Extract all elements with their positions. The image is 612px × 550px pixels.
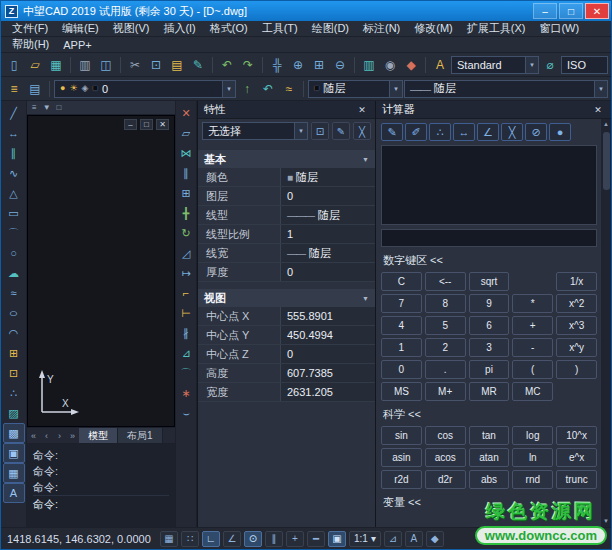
polar-toggle[interactable]: ∠ xyxy=(223,531,241,547)
calc-button[interactable]: <-- xyxy=(425,272,466,291)
hatch-icon[interactable]: ▨ xyxy=(3,403,25,423)
doc-minimize-button[interactable]: – xyxy=(124,119,137,130)
calc-distance-icon[interactable]: ↔ xyxy=(453,123,475,141)
collapse-icon[interactable]: ▼ xyxy=(362,156,369,163)
annotation-scale-combo[interactable]: 1:1 ▾ xyxy=(349,531,381,547)
open-file-icon[interactable]: ▱ xyxy=(25,55,45,75)
erase-icon[interactable]: ✕ xyxy=(176,103,196,123)
menu-item[interactable]: 文件(F) xyxy=(5,21,55,36)
ellipse-arc-icon[interactable]: ◠ xyxy=(3,323,25,343)
dyn-toggle[interactable]: + xyxy=(286,531,304,547)
tab-model[interactable]: 模型 xyxy=(79,428,118,443)
calc-button[interactable]: MR xyxy=(469,382,510,401)
calc-button[interactable]: sin xyxy=(381,426,422,445)
calc-angle-icon[interactable]: ∠ xyxy=(477,123,499,141)
table-icon[interactable]: ▦ xyxy=(3,463,25,483)
calc-button[interactable]: rnd xyxy=(512,470,553,489)
polygon-icon[interactable]: △ xyxy=(3,183,25,203)
property-value[interactable]: ——随层 xyxy=(280,244,375,262)
grip-handle-icon[interactable]: ≡ xyxy=(32,103,37,112)
paste-icon[interactable]: ▤ xyxy=(167,55,187,75)
close-button[interactable]: ✕ xyxy=(585,3,609,19)
calc-button[interactable]: 6 xyxy=(469,316,510,335)
layer-states-icon[interactable]: ▤ xyxy=(25,79,45,99)
numpad-section-toggle[interactable]: 数字键区 << xyxy=(381,251,597,268)
scale-icon[interactable]: ◿ xyxy=(176,243,196,263)
chevron-down-icon[interactable]: ▾ xyxy=(389,81,402,97)
zoom-realtime-icon[interactable]: ⊕ xyxy=(288,55,308,75)
make-object-layer-current-icon[interactable]: ↑ xyxy=(237,79,257,99)
scientific-section-toggle[interactable]: 科学 << xyxy=(381,405,597,422)
calc-button[interactable]: log xyxy=(512,426,553,445)
insert-block-icon[interactable]: ⊞ xyxy=(3,343,25,363)
calc-button[interactable]: 10^x xyxy=(556,426,597,445)
quick-select-icon[interactable]: ╳ xyxy=(353,122,371,140)
explode-icon[interactable]: ∗ xyxy=(176,383,196,403)
calc-button[interactable]: 8 xyxy=(425,294,466,313)
calc-button[interactable]: MS xyxy=(381,382,422,401)
maximize-button[interactable]: □ xyxy=(559,3,583,19)
calc-paste-value-icon[interactable]: ✐ xyxy=(405,123,427,141)
named-views-icon[interactable]: ▥ xyxy=(359,55,379,75)
calc-button[interactable]: 7 xyxy=(381,294,422,313)
section-basic[interactable]: 基本 ▼ xyxy=(198,150,375,168)
join-icon[interactable]: ⌣ xyxy=(176,403,196,423)
match-properties-icon[interactable]: ✎ xyxy=(188,55,208,75)
menu-item-app-plus[interactable]: APP+ xyxy=(56,37,98,52)
line-icon[interactable]: ╱ xyxy=(3,103,25,123)
calc-button[interactable]: acos xyxy=(425,448,466,467)
render-icon[interactable]: ◆ xyxy=(401,55,421,75)
chevron-down-icon[interactable]: ▼ xyxy=(43,103,51,112)
cut-icon[interactable]: ✂ xyxy=(125,55,145,75)
property-value[interactable]: 0 xyxy=(280,187,375,205)
calc-button[interactable]: 1/x xyxy=(556,272,597,291)
command-prompt[interactable]: 命令: xyxy=(33,495,169,511)
rotate-icon[interactable]: ↻ xyxy=(176,223,196,243)
calc-options-icon[interactable]: ● xyxy=(549,123,571,141)
print-preview-icon[interactable]: ◫ xyxy=(96,55,116,75)
mirror-icon[interactable]: ⋈ xyxy=(176,143,196,163)
calc-button[interactable]: MC xyxy=(512,382,553,401)
property-value[interactable]: 450.4994 xyxy=(280,326,375,344)
collapse-icon[interactable]: ▼ xyxy=(362,295,369,302)
dimension-style-icon[interactable]: ⌀ xyxy=(540,55,560,75)
calculator-close-icon[interactable]: ✕ xyxy=(591,105,605,115)
property-value[interactable]: 0 xyxy=(280,263,375,281)
property-value[interactable]: 607.7385 xyxy=(280,364,375,382)
array-icon[interactable]: ⊞ xyxy=(176,183,196,203)
prev-tab-button[interactable]: ‹ xyxy=(40,431,53,441)
make-block-icon[interactable]: ⊡ xyxy=(3,363,25,383)
calc-button[interactable]: 1 xyxy=(381,338,422,357)
properties-panel-header[interactable]: 特性 ✕ xyxy=(198,101,375,119)
calculator-scrollbar[interactable]: ▲ ▼ xyxy=(600,119,611,527)
calc-button[interactable]: * xyxy=(512,294,553,313)
property-value[interactable]: 2631.205 xyxy=(280,383,375,401)
plot-icon[interactable]: ▥ xyxy=(75,55,95,75)
layer-previous-icon[interactable]: ↶ xyxy=(258,79,278,99)
revision-cloud-icon[interactable]: ☁ xyxy=(3,263,25,283)
osnap-toggle[interactable]: ⊙ xyxy=(244,531,262,547)
zoom-previous-icon[interactable]: ⊖ xyxy=(330,55,350,75)
tab-layout1[interactable]: 布局1 xyxy=(118,428,163,443)
gradient-icon[interactable]: ▩ xyxy=(3,423,25,443)
calculator-panel-header[interactable]: 计算器 ✕ xyxy=(376,101,611,119)
menu-item[interactable]: 标注(N) xyxy=(356,21,407,36)
construction-line-icon[interactable]: ↔ xyxy=(3,123,25,143)
minimize-button[interactable]: – xyxy=(533,3,557,19)
move-icon[interactable]: ╋ xyxy=(176,203,196,223)
polyline-icon[interactable]: ∿ xyxy=(3,163,25,183)
calculator-history-display[interactable] xyxy=(381,145,597,225)
calc-button[interactable]: d2r xyxy=(425,470,466,489)
menu-item[interactable]: 修改(M) xyxy=(407,21,460,36)
calc-edit-icon[interactable]: ✎ xyxy=(381,123,403,141)
point-icon[interactable]: ∴ xyxy=(3,383,25,403)
save-icon[interactable]: ▦ xyxy=(46,55,66,75)
break-icon[interactable]: ∦ xyxy=(176,323,196,343)
calc-button[interactable]: M+ xyxy=(425,382,466,401)
fillet-icon[interactable]: ⌒ xyxy=(176,363,196,383)
extend-icon[interactable]: ⊢ xyxy=(176,303,196,323)
menu-item[interactable]: 绘图(D) xyxy=(305,21,356,36)
layer-match-icon[interactable]: ≈ xyxy=(279,79,299,99)
menu-item[interactable]: 工具(T) xyxy=(255,21,305,36)
linetype-combo[interactable]: —— 随层 ▾ xyxy=(404,80,608,98)
